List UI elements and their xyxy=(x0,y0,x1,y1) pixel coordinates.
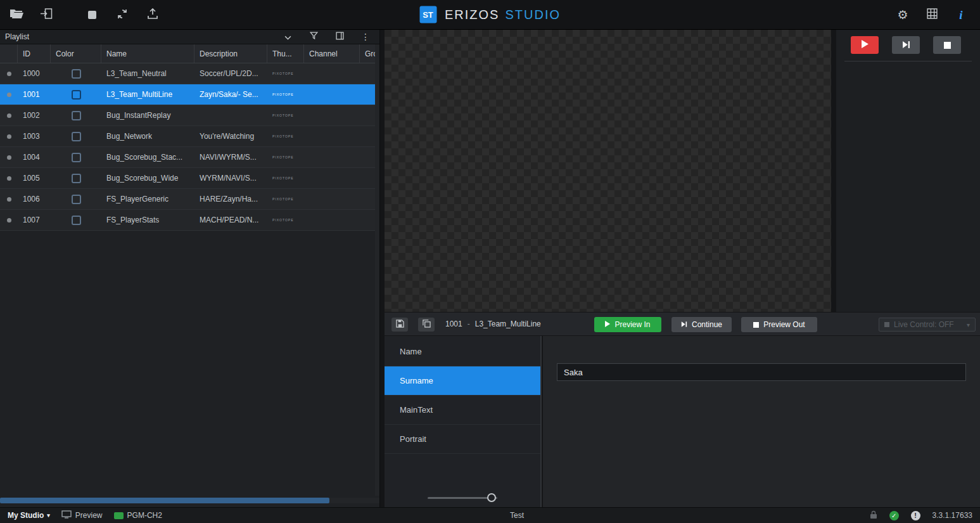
folder-open-icon xyxy=(10,9,23,21)
upload-button[interactable] xyxy=(146,8,159,21)
open-project-button[interactable] xyxy=(10,8,23,21)
row-status-cell xyxy=(0,93,18,97)
color-checkbox[interactable] xyxy=(72,174,81,183)
info-icon: i xyxy=(959,9,962,21)
row-status-cell xyxy=(0,155,18,160)
status-bar: My Studio ▾ Preview PGM-CH2 Test ✓ ! 3.3… xyxy=(0,507,980,523)
preview-control-bar: 1001 - L3_Team_MultiLine Preview In Cont… xyxy=(385,312,980,336)
playlist-row[interactable]: 1000 L3_Team_Neutral Soccer/UPL/2D... PI… xyxy=(0,63,379,84)
color-checkbox[interactable] xyxy=(72,153,81,162)
preview-in-label: Preview In xyxy=(614,320,650,329)
side-panel-icon xyxy=(336,32,344,42)
row-thumbnail: PIXOTOPE xyxy=(267,93,304,96)
skip-next-button[interactable] xyxy=(892,36,920,54)
column-header-2[interactable]: Color xyxy=(51,44,101,63)
color-checkbox[interactable] xyxy=(72,216,81,225)
field-item-surname[interactable]: Surname xyxy=(385,366,540,396)
field-item-maintext[interactable]: MainText xyxy=(385,396,540,425)
playlist-row[interactable]: 1004 Bug_Scorebug_Stac... NAVI/WYRM/S...… xyxy=(0,147,379,168)
stop-all-button[interactable] xyxy=(86,8,98,21)
row-thumbnail: PIXOTOPE xyxy=(267,113,304,117)
playlist-row[interactable]: 1003 Bug_Network You're/Watching PIXOTOP… xyxy=(0,126,379,147)
filter-button[interactable] xyxy=(307,30,320,43)
row-color-cell xyxy=(51,153,101,162)
studio-selector[interactable]: My Studio ▾ xyxy=(8,511,50,520)
sync-button[interactable] xyxy=(116,8,129,22)
playlist-dropdown-button[interactable] xyxy=(281,30,294,43)
current-item-title: 1001 - L3_Team_MultiLine xyxy=(445,313,541,335)
copy-button[interactable] xyxy=(418,318,435,332)
playlist-row[interactable]: 1005 Bug_Scorebug_Wide WYRM/NAVI/S... PI… xyxy=(0,168,379,189)
row-name: FS_PlayerStats xyxy=(101,216,194,224)
color-checkbox[interactable] xyxy=(72,90,81,100)
playlist-row[interactable]: 1006 FS_PlayerGeneric HARE/Zayn/Ha... PI… xyxy=(0,189,379,210)
top-toolbar: ST ERIZOS STUDIO ⚙ i xyxy=(0,0,980,30)
stop-icon xyxy=(944,42,951,49)
playlist-menu-button[interactable]: ⋮ xyxy=(359,30,372,43)
preview-out-button[interactable]: Preview Out xyxy=(741,317,817,332)
row-status-cell xyxy=(0,176,18,181)
column-header-6[interactable]: Channel xyxy=(304,44,360,63)
save-button[interactable] xyxy=(391,318,408,332)
continue-button[interactable]: Continue xyxy=(671,317,732,332)
connection-ok-icon[interactable]: ✓ xyxy=(889,511,899,520)
row-description: HARE/Zayn/Ha... xyxy=(194,195,267,203)
info-button[interactable]: i xyxy=(955,8,967,21)
fields-zoom-slider[interactable] xyxy=(428,493,497,503)
preview-channel-status[interactable]: Preview xyxy=(61,510,103,520)
status-bullet-icon xyxy=(7,93,11,97)
color-checkbox[interactable] xyxy=(72,195,81,204)
field-item-portrait[interactable]: Portrait xyxy=(385,425,540,454)
current-item-id: 1001 xyxy=(445,320,462,328)
field-item-name[interactable]: Name xyxy=(385,337,540,366)
playlist-row[interactable]: 1002 Bug_InstantReplay PIXOTOPE xyxy=(0,105,379,126)
playlist-row[interactable]: 1007 FS_PlayerStats MACH/PEAD/N... PIXOT… xyxy=(0,210,379,231)
notifications-icon[interactable]: ! xyxy=(911,511,920,520)
field-value-input[interactable] xyxy=(557,363,966,381)
column-header-5[interactable]: Thu... xyxy=(267,44,304,63)
vertical-scrollbar[interactable] xyxy=(375,44,379,496)
program-channel-status[interactable]: PGM-CH2 xyxy=(114,511,162,520)
live-control-dropdown[interactable]: Live Control: OFF ▾ xyxy=(879,318,976,332)
row-description: You're/Watching xyxy=(194,132,267,141)
horizontal-scrollbar[interactable] xyxy=(0,498,379,503)
kebab-menu-icon: ⋮ xyxy=(361,32,370,41)
color-checkbox[interactable] xyxy=(72,69,81,79)
column-header-3[interactable]: Name xyxy=(101,44,194,63)
gear-icon: ⚙ xyxy=(897,9,908,21)
title-separator: - xyxy=(468,320,470,328)
row-description: WYRM/NAVI/S... xyxy=(194,174,267,183)
settings-button[interactable]: ⚙ xyxy=(896,8,909,21)
preview-in-button[interactable]: Preview In xyxy=(594,317,661,332)
stop-icon xyxy=(753,322,759,328)
template-fields-panel: NameSurnameMainTextPortrait xyxy=(385,336,542,507)
caret-down-icon: ▾ xyxy=(967,321,970,328)
monitor-icon xyxy=(61,510,72,520)
color-checkbox[interactable] xyxy=(72,132,81,141)
row-status-cell xyxy=(0,113,18,118)
column-header-4[interactable]: Description xyxy=(194,44,267,63)
layout-grid-button[interactable] xyxy=(926,8,938,21)
row-name: Bug_Network xyxy=(101,132,194,141)
preview-viewport xyxy=(385,30,831,312)
playlist-row[interactable]: 1001 L3_Team_MultiLine Zayn/Saka/- Se...… xyxy=(0,84,379,105)
column-header-1[interactable]: ID xyxy=(18,44,51,63)
status-bullet-icon xyxy=(7,155,11,160)
panel-toggle-button[interactable] xyxy=(333,30,346,43)
row-name: L3_Team_Neutral xyxy=(101,69,194,78)
playlist-panel-header: Playlist ⋮ xyxy=(0,30,379,44)
stop-button[interactable] xyxy=(933,36,961,54)
row-id: 1000 xyxy=(18,69,51,78)
horizontal-scrollbar-thumb[interactable] xyxy=(0,498,329,503)
save-floppy-icon xyxy=(396,320,404,330)
import-playlist-button[interactable] xyxy=(40,8,53,21)
row-id: 1005 xyxy=(18,174,51,183)
play-button[interactable] xyxy=(851,36,879,54)
version-label: 3.3.1.17633 xyxy=(932,511,972,520)
status-bullet-icon xyxy=(7,72,11,76)
slider-knob[interactable] xyxy=(487,493,496,502)
alert-icon: ! xyxy=(914,512,917,519)
grid-icon xyxy=(927,8,938,21)
color-checkbox[interactable] xyxy=(72,111,81,120)
program-channel-icon xyxy=(114,512,124,519)
